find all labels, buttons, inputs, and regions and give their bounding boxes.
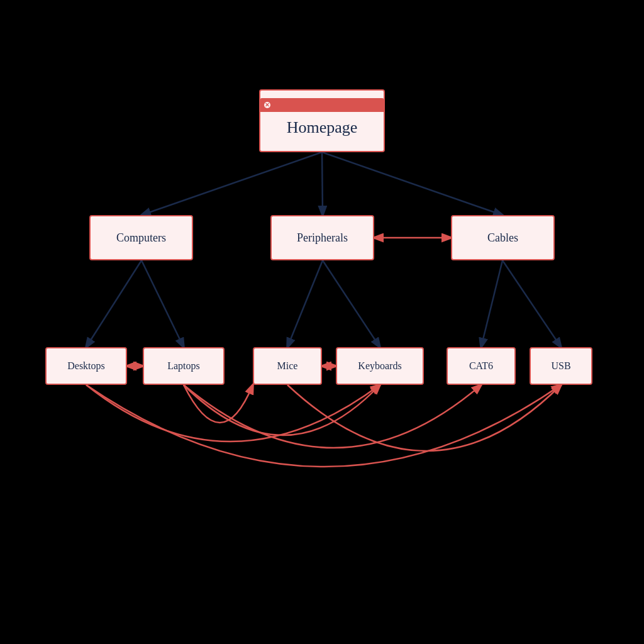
node-desktops: Desktops: [45, 347, 127, 385]
homepage-titlebar: ✕: [260, 98, 384, 112]
svg-line-3: [86, 260, 142, 347]
node-homepage: ✕ Homepage: [259, 89, 385, 152]
usb-label: USB: [545, 355, 577, 377]
node-peripherals: Peripherals: [270, 215, 374, 260]
peripherals-label: Peripherals: [291, 226, 354, 250]
node-computers: Computers: [89, 215, 193, 260]
node-keyboards: Keyboards: [336, 347, 424, 385]
svg-line-6: [323, 260, 380, 347]
svg-line-5: [287, 260, 323, 347]
keyboards-label: Keyboards: [352, 355, 408, 377]
mice-label: Mice: [271, 355, 304, 377]
node-cables: Cables: [451, 215, 555, 260]
cables-label: Cables: [481, 226, 525, 250]
svg-line-2: [322, 152, 502, 215]
node-laptops: Laptops: [143, 347, 225, 385]
svg-line-4: [142, 260, 184, 347]
desktops-label: Desktops: [61, 355, 111, 377]
computers-label: Computers: [110, 226, 172, 250]
laptops-label: Laptops: [161, 355, 206, 377]
homepage-label: Homepage: [278, 112, 367, 143]
close-dot: ✕: [264, 102, 270, 108]
svg-line-8: [502, 260, 561, 347]
node-usb: USB: [530, 347, 592, 385]
node-mice: Mice: [253, 347, 322, 385]
svg-line-1: [322, 152, 323, 215]
cat6-label: CAT6: [463, 355, 499, 377]
node-cat6: CAT6: [447, 347, 516, 385]
diagram-container: ✕ Homepage Computers Peripherals Cables …: [39, 70, 605, 574]
svg-line-0: [142, 152, 322, 215]
svg-line-7: [481, 260, 502, 347]
